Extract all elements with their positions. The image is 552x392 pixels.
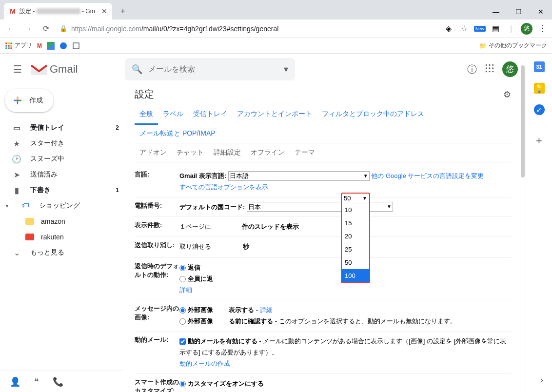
tab-accounts[interactable]: アカウントとインポート <box>232 105 317 124</box>
tab-addons[interactable]: アドオン <box>135 143 172 162</box>
reload-button[interactable]: ⟳ <box>39 22 53 36</box>
cube-icon <box>59 42 67 50</box>
address-bar[interactable]: 🔒 https://mail.google.com/mail/u/0/?zx=4… <box>57 25 439 33</box>
dropdown-option[interactable]: 15 <box>342 216 369 230</box>
back-button[interactable]: ← <box>4 22 18 36</box>
page-size-dropdown-open[interactable]: 50▼ 10 15 20 25 50 100 <box>341 193 370 283</box>
extension-icon[interactable]: ▤ <box>490 23 501 35</box>
bookmark-star-icon[interactable]: ☆ <box>458 23 470 35</box>
folder-icon: 📁 <box>479 42 487 49</box>
settings-tabs: 全般 ラベル 受信トレイ アカウントとインポート フィルタとブロック中のアドレス… <box>135 105 511 143</box>
bookmark-gmail-icon[interactable]: M <box>37 42 42 49</box>
bookmark-maps-icon[interactable] <box>47 42 55 50</box>
setting-row-phone: 電話番号: デフォルトの国コード: 日本▼ <box>135 197 511 217</box>
setting-label: スマート作成のカスタマイズ: <box>135 378 179 392</box>
tab-labels[interactable]: ラベル <box>158 105 188 124</box>
close-window-button[interactable]: ✕ <box>530 4 552 20</box>
dropdown-option[interactable]: 10 <box>342 203 369 216</box>
keep-icon[interactable]: 💡 <box>534 83 545 94</box>
site-info-icon[interactable]: ◈ <box>443 23 454 35</box>
sidebar-item-sent[interactable]: ➤ 送信済み <box>0 167 125 182</box>
maximize-button[interactable]: ☐ <box>507 4 530 20</box>
hangouts-icon[interactable]: ❝ <box>34 376 39 387</box>
gmail-favicon-icon: M <box>9 7 17 15</box>
scrollbar-thumb[interactable] <box>521 65 525 177</box>
sidebar-item-more[interactable]: ⌄ もっと見る <box>0 245 125 260</box>
radio-images-ask[interactable]: 外部画像 る前に確認する <box>179 317 273 325</box>
checkbox-dynamic-mail[interactable]: 動的メールを有効にする <box>179 337 257 345</box>
tab-forwarding[interactable]: メール転送と POP/IMAP <box>135 124 220 143</box>
radio-reply-all[interactable]: 全員に返 <box>179 275 213 282</box>
other-bookmarks[interactable]: 📁 その他のブックマーク <box>479 41 547 50</box>
dynamic-mail-link[interactable]: 動的メールの作成 <box>179 360 230 367</box>
clock-icon: 🕑 <box>12 155 21 164</box>
sidebar-label: ショッピング <box>39 201 119 210</box>
tab-offline[interactable]: オフライン <box>246 143 290 162</box>
google-apps-icon[interactable] <box>485 63 494 75</box>
gear-icon[interactable]: ⚙ <box>503 89 511 100</box>
calendar-icon[interactable]: 31 <box>534 61 545 72</box>
help-icon[interactable]: ⓘ <box>467 63 477 76</box>
sidebar-label: スヌーズ中 <box>30 155 119 163</box>
language-select[interactable]: 日本語▼ <box>228 171 370 181</box>
sidebar-sub-amazon[interactable]: amazon <box>0 214 125 229</box>
profile-avatar-icon[interactable]: 悠 <box>521 23 532 35</box>
other-services-link[interactable]: 他の Google サービスの言語設定を変更 <box>371 172 484 179</box>
add-addon-icon[interactable]: + <box>534 136 545 146</box>
tab-filters[interactable]: フィルタとブロック中のアドレス <box>317 105 429 124</box>
send-icon: ➤ <box>12 170 21 179</box>
sidebar-item-starred[interactable]: ★ スター付き <box>0 136 125 151</box>
dropdown-option[interactable]: 25 <box>342 243 369 256</box>
sidebar-item-drafts[interactable]: ▮ 下書き 1 <box>0 182 125 198</box>
setting-label: 言語: <box>135 170 179 193</box>
sidebar-item-snoozed[interactable]: 🕑 スヌーズ中 <box>0 151 125 167</box>
tab-general[interactable]: 全般 <box>135 105 158 125</box>
radio-images-show[interactable]: 外部画像 表示する <box>179 306 254 314</box>
compose-button[interactable]: 作成 <box>5 89 54 112</box>
svg-point-17 <box>486 67 487 69</box>
kebab-menu-icon[interactable]: ⋮ <box>536 23 548 35</box>
new-tab-button[interactable]: + <box>116 4 130 18</box>
tab-chat[interactable]: チャット <box>172 143 209 162</box>
apps-shortcut[interactable]: アプリ <box>5 41 32 50</box>
bookmark-item-icon[interactable] <box>72 42 80 50</box>
search-options-icon[interactable]: ▾ <box>284 64 288 75</box>
sidebar-category-shopping[interactable]: ▾ 🏷 ショッピング <box>0 198 125 214</box>
dropdown-option[interactable]: 20 <box>342 230 369 243</box>
sidebar-sub-rakuten[interactable]: rakuten <box>0 229 125 245</box>
phone-icon[interactable]: 📞 <box>53 376 63 387</box>
svg-rect-1 <box>8 42 9 44</box>
search-icon[interactable]: 🔍 <box>132 64 142 75</box>
show-all-languages-link[interactable]: すべての言語オプションを表示 <box>179 183 268 191</box>
search-box[interactable]: 🔍 ▾ <box>125 58 295 80</box>
sidebar-item-inbox[interactable]: ▭ 受信トレイ 2 <box>0 120 125 136</box>
radio-smart-on[interactable]: カスタマイズをオンにする <box>179 380 264 387</box>
close-tab-icon[interactable]: ✕ <box>101 7 107 15</box>
svg-rect-2 <box>10 42 12 44</box>
forward-button[interactable]: → <box>21 22 35 36</box>
svg-rect-3 <box>5 45 7 46</box>
reply-detail-link[interactable]: 詳細 <box>179 286 192 294</box>
search-input[interactable] <box>148 65 278 74</box>
dropdown-option-selected[interactable]: 100 <box>342 269 369 282</box>
tag-icon <box>25 218 34 225</box>
bookmark-item-icon[interactable] <box>59 42 67 50</box>
radio-reply[interactable]: 返信 <box>179 264 200 271</box>
tasks-icon[interactable]: ✓ <box>534 104 545 115</box>
country-code-select[interactable]: 日本▼ <box>247 202 393 212</box>
images-detail-link[interactable]: 詳細 <box>260 306 273 314</box>
tab-advanced[interactable]: 詳細設定 <box>209 143 246 162</box>
gmail-logo[interactable]: Gmail <box>31 63 78 76</box>
text: 件のスレッドを表示 <box>242 223 299 230</box>
person-icon[interactable]: 👤 <box>10 376 20 387</box>
tab-themes[interactable]: テーマ <box>290 143 320 162</box>
tab-inbox[interactable]: 受信トレイ <box>188 105 232 124</box>
minimize-button[interactable]: — <box>485 4 507 20</box>
page-size-current[interactable]: 50▼ <box>342 194 369 203</box>
dropdown-option[interactable]: 50 <box>342 256 369 269</box>
account-avatar-icon[interactable]: 悠 <box>502 61 518 77</box>
extension-new-icon[interactable]: New <box>474 23 486 35</box>
hamburger-menu-icon[interactable]: ☰ <box>8 59 27 79</box>
browser-tab[interactable]: M 設定 - - Gm ✕ <box>4 3 112 20</box>
side-panel-toggle-icon[interactable]: › <box>540 375 543 385</box>
